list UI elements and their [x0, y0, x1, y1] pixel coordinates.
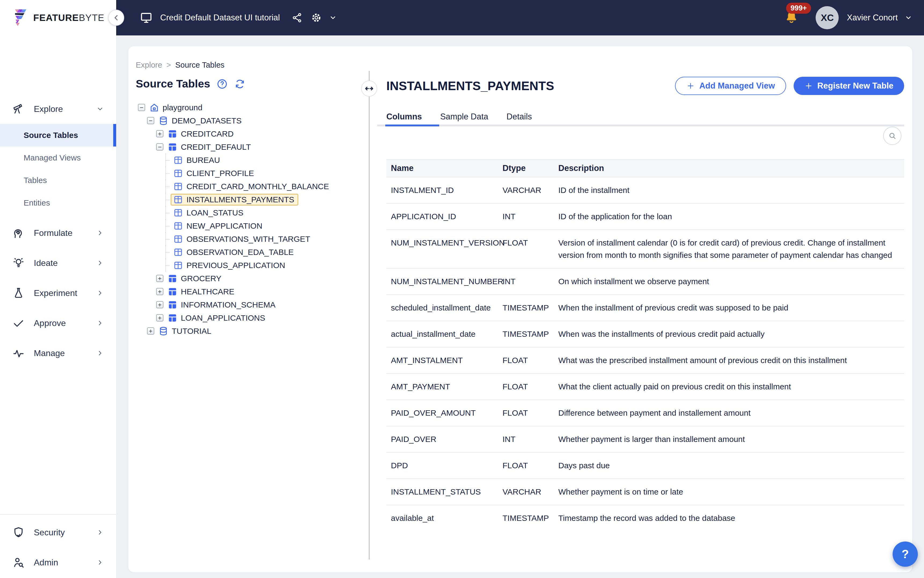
tree-node-label: CLIENT_PROFILE [186, 169, 254, 178]
sidebar-item-explore[interactable]: Explore [0, 94, 116, 124]
tree-node-playground[interactable]: −playground [136, 101, 363, 114]
refresh-icon[interactable] [234, 78, 245, 89]
sidebar-item-entities[interactable]: Entities [0, 192, 116, 214]
sidebar-item-manage[interactable]: Manage [0, 338, 116, 368]
expand-node-button[interactable]: + [147, 327, 154, 334]
table-icon [173, 234, 183, 244]
sidebar-item-label: Admin [34, 558, 58, 568]
tab-columns[interactable]: Columns [377, 109, 431, 125]
tree-node-tutorial[interactable]: +TUTORIAL [136, 325, 363, 338]
collapse-node-button[interactable]: − [156, 143, 164, 151]
tab-sample-data[interactable]: Sample Data [431, 109, 498, 125]
collapse-node-button[interactable]: − [147, 117, 154, 124]
table-row: available_atTIMESTAMPTimestamp the recor… [386, 505, 904, 531]
tree-node-demo_datasets[interactable]: −DEMO_DATASETS [136, 114, 363, 127]
help-fab-button[interactable]: ? [893, 542, 918, 567]
expand-node-button[interactable]: + [156, 130, 164, 137]
expand-node-button[interactable]: + [156, 288, 164, 295]
table-icon [173, 168, 183, 179]
sidebar-item-label: Ideate [34, 258, 58, 268]
gear-icon[interactable] [311, 12, 322, 23]
table-icon [173, 208, 183, 218]
sidebar-item-formulate[interactable]: Formulate [0, 218, 116, 248]
sidebar-item-approve[interactable]: Approve [0, 308, 116, 338]
tree-node-body: OBSERVATIONS_WITH_TARGET [171, 233, 314, 245]
table-icon [173, 221, 183, 231]
tree-node-bureau[interactable]: BUREAU [136, 154, 363, 167]
tab-details[interactable]: Details [498, 109, 541, 125]
tree-node-information_schema[interactable]: +INFORMATION_SCHEMA [136, 298, 363, 311]
chevron-right-icon [96, 289, 104, 297]
explorer-title: Source Tables [136, 78, 210, 90]
tree-node-label: CREDIT_DEFAULT [181, 143, 251, 152]
tree-node-credit_default[interactable]: −CREDIT_DEFAULT [136, 140, 363, 154]
sidebar-item-tables[interactable]: Tables [0, 169, 116, 192]
sidebar: FEATUREBYTE ExploreSource TablesManaged … [0, 0, 116, 578]
tree-node-previous_application[interactable]: PREVIOUS_APPLICATION [136, 259, 363, 272]
workspace-actions [292, 12, 322, 23]
tree-node-grocery[interactable]: +GROCERY [136, 272, 363, 285]
tree-node-label: LOAN_APPLICATIONS [181, 313, 265, 323]
register-new-table-button[interactable]: Register New Table [794, 77, 904, 95]
plus-icon [804, 81, 813, 90]
cell-description: Version of installment calendar (0 is fo… [558, 237, 904, 261]
sidebar-item-label: Explore [34, 104, 63, 114]
breadcrumb-explore[interactable]: Explore [136, 61, 162, 70]
table-row: DPDFLOATDays past due [386, 453, 904, 479]
add-managed-view-button[interactable]: Add Managed View [675, 77, 786, 95]
tree-node-installments_payments[interactable]: INSTALLMENTS_PAYMENTS [136, 193, 363, 206]
user-menu-chevron-icon[interactable] [905, 14, 912, 21]
tree-node-loan_applications[interactable]: +LOAN_APPLICATIONS [136, 311, 363, 325]
tree-node-healthcare[interactable]: +HEALTHCARE [136, 285, 363, 298]
sidebar-collapse-button[interactable] [108, 10, 124, 26]
cell-dtype: INT [503, 210, 558, 223]
expand-node-button[interactable]: + [156, 314, 164, 321]
sidebar-item-label: Experiment [34, 288, 77, 298]
telescope-icon [12, 103, 25, 115]
chevron-right-icon [96, 229, 104, 237]
tree-node-observations_with_target[interactable]: OBSERVATIONS_WITH_TARGET [136, 232, 363, 245]
collapse-node-button[interactable]: − [138, 104, 145, 111]
sidebar-item-source-tables[interactable]: Source Tables [0, 124, 116, 146]
content-area: Explore > Source Tables Source Tables [116, 36, 924, 578]
cell-dtype: INT [503, 433, 558, 445]
cell-dtype: FLOAT [503, 459, 558, 472]
ideate-icon [12, 257, 25, 269]
expand-node-button[interactable]: + [156, 275, 164, 282]
share-icon[interactable] [292, 12, 302, 23]
sidebar-item-ideate[interactable]: Ideate [0, 248, 116, 278]
help-circle-icon[interactable] [217, 78, 228, 89]
table-search-button[interactable] [883, 127, 901, 145]
tree-node-loan_status[interactable]: LOAN_STATUS [136, 206, 363, 219]
tree-node-label: HEALTHCARE [181, 287, 234, 296]
panel-resize-handle[interactable] [361, 81, 377, 97]
sidebar-item-security[interactable]: Security [0, 517, 116, 547]
tree-node-label: TUTORIAL [172, 326, 211, 336]
sidebar-item-managed-views[interactable]: Managed Views [0, 146, 116, 169]
tree-node-creditcard[interactable]: +CREDITCARD [136, 127, 363, 140]
chevron-down-icon[interactable] [329, 14, 337, 21]
sidebar-item-experiment[interactable]: Experiment [0, 278, 116, 308]
cell-dtype: FLOAT [503, 237, 558, 261]
notifications-button[interactable]: 999+ [785, 10, 798, 25]
cell-name: PAID_OVER [386, 433, 503, 445]
tree-node-client_profile[interactable]: CLIENT_PROFILE [136, 167, 363, 180]
sidebar-item-label: Manage [34, 348, 65, 358]
tree-node-body: CREDITCARD [165, 128, 238, 140]
tree-connector [165, 219, 172, 232]
cell-dtype: FLOAT [503, 380, 558, 393]
tree-node-new_application[interactable]: NEW_APPLICATION [136, 219, 363, 232]
workspace-title[interactable]: Credit Default Dataset UI tutorial [160, 13, 280, 23]
tree-node-label: OBSERVATIONS_WITH_TARGET [186, 235, 310, 244]
sidebar-item-admin[interactable]: Admin [0, 547, 116, 578]
tree-node-body: LOAN_APPLICATIONS [165, 312, 269, 324]
tree-node-observation_eda_table[interactable]: OBSERVATION_EDA_TABLE [136, 245, 363, 259]
expand-node-button[interactable]: + [156, 301, 164, 308]
avatar[interactable]: XC [815, 6, 839, 29]
chevron-right-icon [96, 349, 104, 357]
user-name[interactable]: Xavier Conort [847, 13, 898, 23]
schema-icon [167, 287, 178, 297]
tree-node-credit_card_monthly_balance[interactable]: CREDIT_CARD_MONTHLY_BALANCE [136, 180, 363, 193]
chevron-right-icon [96, 529, 104, 536]
tree-node-label: PREVIOUS_APPLICATION [186, 261, 285, 270]
